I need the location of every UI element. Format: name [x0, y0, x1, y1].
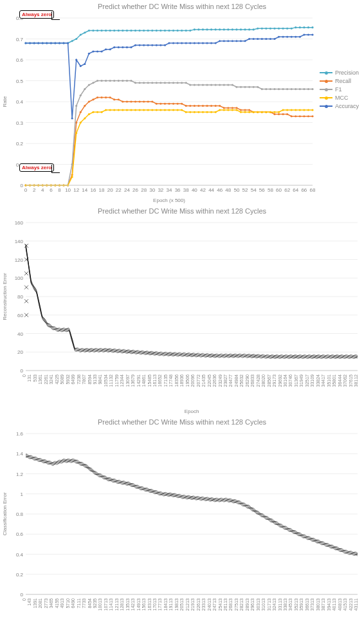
- svg-point-395: [295, 36, 296, 38]
- svg-point-240: [223, 84, 225, 86]
- svg-text:36: 36: [175, 187, 181, 193]
- svg-text:20096: 20096: [190, 374, 195, 387]
- svg-point-368: [181, 42, 183, 44]
- svg-point-376: [215, 42, 217, 44]
- svg-text:120: 120: [15, 257, 24, 263]
- svg-text:34513: 34513: [288, 598, 293, 611]
- svg-point-372: [197, 42, 199, 44]
- svg-point-152: [143, 100, 145, 102]
- svg-point-250: [265, 88, 267, 90]
- svg-point-210: [96, 80, 98, 82]
- svg-text:8454: 8454: [87, 598, 92, 609]
- svg-text:1: 1: [21, 491, 24, 497]
- svg-point-260: [307, 88, 309, 90]
- svg-text:16313: 16313: [147, 598, 152, 611]
- svg-text:28567: 28567: [267, 374, 271, 387]
- svg-text:7238: 7238: [77, 374, 81, 385]
- svg-point-345: [84, 63, 86, 65]
- legend-item-mcc: MCC: [320, 95, 359, 101]
- svg-point-208: [88, 84, 90, 86]
- svg-point-241: [227, 84, 229, 86]
- svg-point-104: [232, 28, 233, 30]
- svg-text:16: 16: [90, 187, 96, 193]
- svg-text:60: 60: [17, 313, 23, 318]
- svg-point-363: [159, 44, 161, 46]
- svg-point-224: [156, 82, 158, 84]
- svg-point-384: [248, 38, 250, 40]
- svg-text:37313: 37313: [310, 598, 314, 611]
- svg-point-232: [189, 84, 191, 86]
- svg-text:6: 6: [50, 187, 53, 193]
- svg-point-253: [278, 88, 280, 90]
- svg-point-244: [240, 86, 242, 88]
- svg-point-332: [29, 42, 31, 44]
- svg-text:18413: 18413: [163, 598, 168, 611]
- svg-point-346: [88, 53, 90, 55]
- svg-text:60: 60: [276, 187, 282, 193]
- svg-text:40113: 40113: [332, 598, 336, 611]
- svg-point-236: [206, 84, 208, 86]
- svg-point-334: [37, 42, 39, 44]
- svg-point-294: [159, 109, 161, 111]
- svg-text:46: 46: [217, 187, 223, 193]
- svg-point-71: [92, 30, 94, 32]
- svg-point-163: [189, 105, 191, 107]
- svg-point-397: [303, 33, 305, 35]
- svg-point-385: [253, 38, 255, 40]
- svg-text:0: 0: [21, 592, 24, 598]
- svg-text:10: 10: [65, 187, 71, 193]
- svg-point-277: [88, 113, 90, 115]
- svg-point-329: [307, 109, 309, 111]
- svg-point-338: [54, 42, 56, 44]
- svg-point-216: [122, 80, 123, 82]
- svg-point-150: [134, 100, 136, 102]
- svg-text:12: 12: [73, 187, 79, 193]
- svg-point-251: [269, 88, 271, 90]
- svg-point-153: [147, 100, 149, 102]
- svg-point-227: [168, 82, 170, 84]
- svg-point-352: [113, 46, 115, 48]
- svg-point-255: [286, 88, 288, 90]
- svg-point-386: [257, 38, 259, 40]
- svg-text:533: 533: [33, 374, 37, 382]
- svg-point-74: [105, 30, 107, 32]
- svg-point-256: [291, 88, 293, 90]
- svg-text:24013: 24013: [207, 598, 212, 611]
- chart-1-metrics: Predict whether DC Write Miss within nex…: [0, 0, 364, 205]
- svg-text:4: 4: [41, 187, 44, 193]
- svg-text:30313: 30313: [256, 598, 260, 611]
- svg-point-280: [100, 111, 102, 113]
- svg-text:23313: 23313: [201, 598, 206, 611]
- svg-text:66: 66: [301, 187, 307, 193]
- svg-text:0.8: 0.8: [16, 511, 24, 517]
- svg-text:10713: 10713: [104, 598, 108, 611]
- svg-point-361: [151, 44, 153, 46]
- svg-text:13097: 13097: [125, 374, 130, 387]
- svg-point-81: [134, 30, 136, 32]
- svg-point-145: [113, 98, 115, 100]
- svg-point-110: [257, 28, 259, 30]
- svg-text:3465: 3465: [49, 598, 53, 609]
- svg-point-315: [248, 111, 250, 113]
- svg-point-380: [232, 40, 233, 42]
- svg-point-183: [273, 113, 275, 115]
- svg-point-109: [253, 28, 255, 30]
- svg-point-73: [100, 30, 102, 32]
- svg-point-169: [215, 105, 217, 107]
- svg-point-296: [168, 109, 170, 111]
- svg-point-328: [303, 109, 305, 111]
- svg-text:20772: 20772: [196, 374, 201, 387]
- svg-point-185: [282, 113, 284, 115]
- svg-text:2: 2: [33, 187, 36, 193]
- svg-point-347: [92, 50, 94, 52]
- svg-point-170: [219, 105, 221, 107]
- svg-point-391: [278, 36, 280, 38]
- svg-point-102: [223, 28, 225, 30]
- svg-text:14213: 14213: [131, 598, 135, 611]
- svg-point-333: [33, 42, 35, 44]
- svg-point-99: [210, 28, 212, 30]
- svg-text:37062: 37062: [343, 374, 347, 387]
- svg-text:32413: 32413: [272, 598, 277, 611]
- chart-2-reconstruction-error: Predict whether DC Write Miss within nex…: [0, 205, 364, 416]
- svg-point-114: [273, 28, 275, 30]
